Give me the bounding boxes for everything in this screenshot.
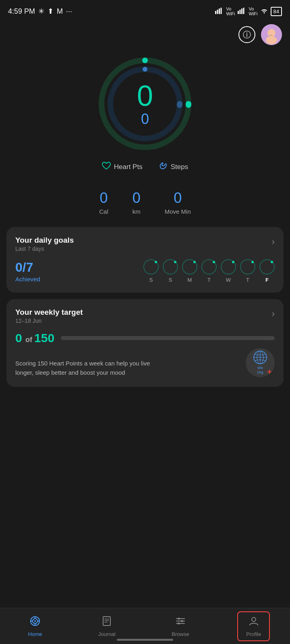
status-more-icon: ··· xyxy=(66,7,72,16)
day-label-s2: S xyxy=(169,277,172,283)
steps-label: Steps xyxy=(171,163,188,171)
day-w: W xyxy=(221,259,236,283)
svg-point-15 xyxy=(143,67,147,72)
heart-pts-legend: Heart Pts xyxy=(102,162,143,172)
goals-left: 0/7 Achieved xyxy=(15,260,40,283)
day-label-m: M xyxy=(188,277,192,283)
signal-icon2 xyxy=(238,8,246,15)
nav-journal-label: Journal xyxy=(98,631,116,637)
km-label: km xyxy=(133,208,141,215)
weekly-bottom: Scoring 150 Heart Points a week can help… xyxy=(15,348,275,377)
heart-pts-label: Heart Pts xyxy=(114,163,143,171)
heart-pts-value: 0 xyxy=(137,81,153,110)
status-hashtag-icon: ✳ xyxy=(38,7,44,16)
svg-rect-29 xyxy=(103,617,110,625)
weekly-progress-bar xyxy=(61,336,275,340)
weekly-of: of xyxy=(25,336,34,344)
svg-rect-7 xyxy=(243,8,244,14)
day-t2: T xyxy=(240,259,255,283)
nav-journal[interactable]: Journal xyxy=(90,612,124,640)
weekly-target-card[interactable]: Your weekly target 12–18 Jun › 0 of 150 … xyxy=(6,299,284,387)
cal-value: 0 xyxy=(99,190,108,206)
svg-point-39 xyxy=(252,617,256,621)
weekly-progress-row: 0 of 150 xyxy=(15,331,275,345)
goals-fraction: 0/7 xyxy=(15,260,40,275)
signal-icon xyxy=(215,8,224,15)
battery-indicator: 84 xyxy=(271,7,282,16)
svg-point-10 xyxy=(267,29,276,37)
svg-point-11 xyxy=(266,36,277,44)
svg-rect-3 xyxy=(220,8,222,14)
cal-label: Cal xyxy=(99,208,108,215)
day-circle-s1 xyxy=(143,259,159,275)
day-circle-w xyxy=(221,259,236,275)
stat-cal: 0 Cal xyxy=(99,190,108,215)
day-label-f: F xyxy=(265,277,269,283)
home-indicator xyxy=(117,639,173,641)
info-icon: ⓘ xyxy=(243,29,251,40)
weekly-target-title: Your weekly target xyxy=(15,308,83,317)
ring-section: 0 0 Heart Pts Steps xyxy=(0,52,290,180)
svg-rect-1 xyxy=(217,10,218,14)
km-value: 0 xyxy=(133,190,141,206)
status-time: 4:59 PM xyxy=(8,7,35,16)
battery-percent: 84 xyxy=(273,8,279,14)
daily-goals-title-group: Your daily goals Last 7 days xyxy=(15,236,74,252)
stat-km: 0 km xyxy=(133,190,141,215)
day-s1: S xyxy=(143,259,159,283)
status-mail-icon: M xyxy=(57,7,63,16)
weekly-date-range: 12–18 Jun xyxy=(15,318,83,324)
header: ⓘ xyxy=(0,21,290,52)
svg-point-37 xyxy=(181,620,183,622)
ring-legend: Heart Pts Steps xyxy=(102,162,188,172)
weekly-target-chevron-icon: › xyxy=(272,309,275,319)
google-plus-icon: + xyxy=(267,368,272,376)
ring-chart: 0 0 xyxy=(97,56,193,152)
steps-icon xyxy=(159,162,168,172)
weekly-fraction: 0 of 150 xyxy=(15,331,54,345)
daily-goals-header: Your daily goals Last 7 days › xyxy=(15,236,275,252)
vo-wifi-label2: VoWiFi xyxy=(249,6,258,16)
day-f: F xyxy=(259,259,275,283)
ring-center: 0 0 xyxy=(137,81,153,126)
svg-rect-2 xyxy=(219,8,220,14)
day-t1: T xyxy=(201,259,217,283)
day-circle-t1 xyxy=(201,259,217,275)
info-button[interactable]: ⓘ xyxy=(238,26,255,43)
status-left: 4:59 PM ✳ ⬆ M ··· xyxy=(8,7,72,16)
nav-browse-label: Browse xyxy=(172,631,189,637)
weekly-description: Scoring 150 Heart Points a week can help… xyxy=(15,359,168,377)
status-upload-icon: ⬆ xyxy=(48,7,54,16)
journal-icon xyxy=(101,615,112,630)
day-label-t1: T xyxy=(207,277,211,283)
move-min-label: Move Min xyxy=(165,208,191,215)
days-circles: S S M T W T F xyxy=(143,259,275,283)
day-label-t2: T xyxy=(246,277,249,283)
day-s2: S xyxy=(163,259,178,283)
svg-point-36 xyxy=(178,617,180,619)
who-badge: Wo Org + xyxy=(246,348,275,377)
goals-content: 0/7 Achieved S S M T W xyxy=(15,259,275,283)
daily-goals-chevron-icon: › xyxy=(272,237,275,247)
day-circle-t2 xyxy=(240,259,255,275)
stats-row: 0 Cal 0 km 0 Move Min xyxy=(0,180,290,227)
nav-profile[interactable]: Profile xyxy=(237,611,270,641)
nav-home[interactable]: Home xyxy=(20,612,50,640)
avatar[interactable] xyxy=(261,24,282,45)
svg-rect-4 xyxy=(238,11,239,14)
svg-rect-6 xyxy=(241,8,242,14)
day-circle-f xyxy=(259,259,275,275)
day-circle-s2 xyxy=(163,259,178,275)
status-right: VoWiFi VoWiFi 84 xyxy=(215,6,282,16)
profile-icon xyxy=(248,615,259,630)
daily-goals-card[interactable]: Your daily goals Last 7 days › 0/7 Achie… xyxy=(6,227,284,293)
svg-rect-0 xyxy=(215,11,216,14)
steps-legend: Steps xyxy=(159,162,188,172)
weekly-current: 0 xyxy=(15,331,22,345)
vo-wifi-label1: VoWiFi xyxy=(226,6,235,16)
weekly-target-title-group: Your weekly target 12–18 Jun xyxy=(15,308,83,324)
nav-browse[interactable]: Browse xyxy=(164,612,197,640)
nav-home-label: Home xyxy=(28,631,42,637)
svg-point-24 xyxy=(34,620,36,622)
day-label-w: W xyxy=(226,277,231,283)
